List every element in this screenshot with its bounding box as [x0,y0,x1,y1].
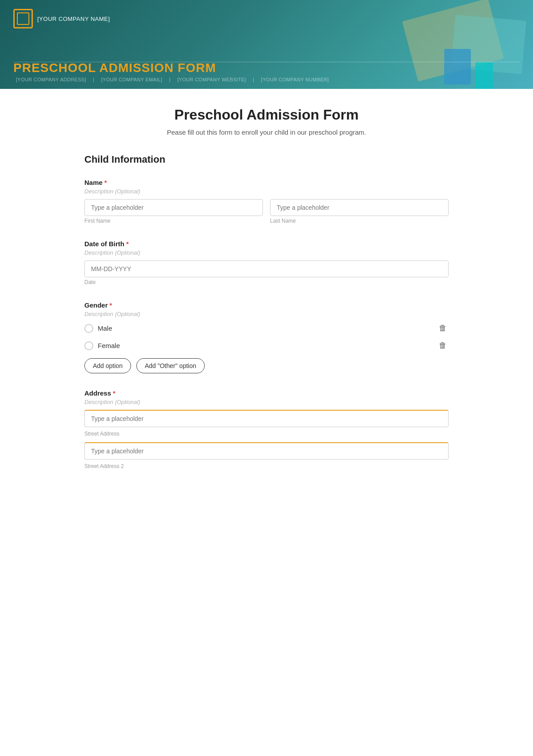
field-group-gender: Gender * Description (Optional) Male 🗑 F… [84,301,449,373]
dob-input-wrapper: Date [84,260,449,285]
header-title-area: PRESCHOOL ADMISSION FORM [YOUR COMPANY A… [13,61,331,82]
gender-option-female-left: Female [84,341,120,350]
street1-input[interactable] [84,410,449,427]
gender-delete-male-icon[interactable]: 🗑 [437,322,449,335]
logo-inner-icon [17,12,29,25]
gender-required-star: * [110,301,112,309]
gender-label-female: Female [98,342,120,349]
street2-wrapper: Street Address 2 [84,442,449,469]
form-subtitle: Pease fill out this form to enroll your … [84,128,449,136]
header-website: [YOUR COMPANY WEBSITE] [177,77,246,82]
gender-description: Description (Optional) [84,311,449,317]
address-description: Description (Optional) [84,399,449,405]
street2-sublabel: Street Address 2 [84,463,449,469]
header-address: [YOUR COMPANY ADDRESS] [16,77,86,82]
gender-radio-female[interactable] [84,341,93,350]
name-label: Name * [84,179,449,186]
first-name-wrapper: First Name [84,199,263,224]
street1-sublabel: Street Address [84,431,449,437]
name-required-star: * [104,179,107,186]
deco-shape-blue [444,49,471,84]
last-name-input[interactable] [270,199,449,216]
first-name-sublabel: First Name [84,218,263,224]
gender-option-female-row: Female 🗑 [84,339,449,352]
gender-label-male: Male [98,324,112,332]
dob-label: Date of Birth * [84,240,449,248]
dob-sublabel: Date [84,279,449,285]
separator3: | [253,77,254,82]
street2-input[interactable] [84,442,449,460]
add-other-option-button[interactable]: Add "Other" option [136,358,205,373]
deco-shapes [391,0,533,89]
address-required-star: * [113,389,115,397]
name-input-row: First Name Last Name [84,199,449,224]
header-number: [YOUR COMPANY NUMBER] [261,77,329,82]
last-name-wrapper: Last Name [270,199,449,224]
last-name-sublabel: Last Name [270,218,449,224]
add-option-row: Add option Add "Other" option [84,358,449,373]
company-name-header: [YOUR COMPANY NAME] [37,16,110,22]
logo-icon [13,9,33,28]
dob-input[interactable] [84,260,449,277]
separator2: | [169,77,171,82]
name-description: Description (Optional) [84,188,449,195]
main-content: Preschool Admission Form Pease fill out … [76,89,457,512]
field-group-address: Address * Description (Optional) Street … [84,389,449,469]
header-main-title: PRESCHOOL ADMISSION FORM [13,61,331,75]
gender-radio-male[interactable] [84,324,93,333]
dob-required-star: * [126,240,129,248]
header-contact-info: [YOUR COMPANY ADDRESS] | [YOUR COMPANY E… [13,77,331,82]
header-logo-area: [YOUR COMPANY NAME] [13,9,110,28]
field-group-dob: Date of Birth * Description (Optional) D… [84,240,449,285]
header-email: [YOUR COMPANY EMAIL] [101,77,163,82]
address-label: Address * [84,389,449,397]
header-banner: [YOUR COMPANY NAME] PRESCHOOL ADMISSION … [0,0,533,89]
gender-delete-female-icon[interactable]: 🗑 [437,339,449,352]
first-name-input[interactable] [84,199,263,216]
separator1: | [93,77,94,82]
gender-option-male-row: Male 🗑 [84,322,449,335]
street1-wrapper: Street Address [84,410,449,437]
dob-description: Description (Optional) [84,249,449,256]
gender-option-male-left: Male [84,324,112,333]
section-child-heading: Child Information [84,154,449,168]
field-group-name: Name * Description (Optional) First Name… [84,179,449,224]
deco-shape-cyan [475,62,493,89]
gender-label: Gender * [84,301,449,309]
form-main-title: Preschool Admission Form [84,107,449,123]
add-option-button[interactable]: Add option [84,358,131,373]
